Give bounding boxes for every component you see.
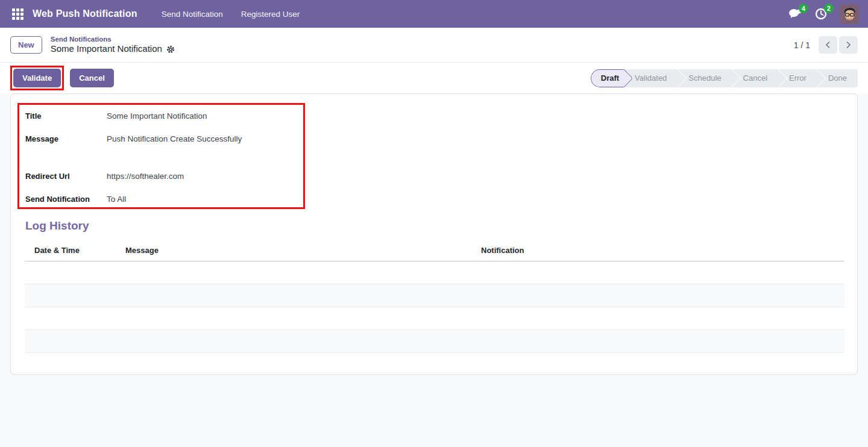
fields-highlight-box: Title Some Important Notification Messag… (17, 103, 305, 209)
column-date-time[interactable]: Date & Time (25, 242, 116, 261)
navbar-menu: Send Notification Registered User (162, 10, 300, 19)
table-row (25, 307, 844, 330)
breadcrumb-current: Some Important Notification (51, 43, 162, 55)
breadcrumb: Send Notifications Some Important Notifi… (51, 35, 175, 55)
field-title-value[interactable]: Some Important Notification (107, 111, 207, 120)
status-step-draft[interactable]: Draft (591, 69, 624, 87)
validate-button[interactable]: Validate (13, 69, 61, 87)
field-message-label: Message (25, 134, 107, 143)
activities-button[interactable]: 2 (814, 7, 828, 20)
form-statusbar: Validate Cancel Draft Validated Schedule… (0, 62, 868, 93)
page-content: Title Some Important Notification Messag… (0, 93, 868, 447)
table-row (25, 284, 844, 307)
chevron-right-icon (846, 41, 851, 49)
log-history-title: Log History (25, 219, 857, 233)
field-redirect-url-label: Redirect Url (25, 172, 107, 181)
app-title: Web Push Notification (33, 8, 137, 19)
apps-menu-button[interactable] (8, 5, 27, 23)
control-panel: New Send Notifications Some Important No… (0, 28, 868, 62)
apps-grid-icon (12, 8, 24, 20)
field-send-notification: Send Notification To All (25, 195, 303, 204)
gear-icon (166, 45, 175, 54)
field-redirect-url: Redirect Url https://softhealer.com (25, 172, 303, 181)
validate-highlight-box: Validate (10, 66, 64, 90)
field-message-value[interactable]: Push Notification Create Successfully (107, 134, 242, 143)
form-sheet: Title Some Important Notification Messag… (10, 93, 858, 375)
chevron-left-icon (825, 41, 831, 49)
table-header-row: Date & Time Message Notification (25, 242, 844, 261)
field-title: Title Some Important Notification (25, 111, 303, 120)
field-send-notification-label: Send Notification (25, 195, 107, 204)
table-row (25, 330, 844, 353)
activities-badge: 2 (824, 4, 834, 13)
pager-value: 1 / 1 (794, 40, 810, 50)
messages-badge: 4 (799, 4, 808, 13)
field-send-notification-value[interactable]: To All (107, 195, 126, 204)
navbar-systray: 4 2 (788, 4, 860, 24)
cancel-button[interactable]: Cancel (70, 69, 114, 87)
messages-button[interactable]: 4 (788, 7, 802, 20)
pager-previous-button[interactable] (819, 36, 837, 54)
log-history-table: Date & Time Message Notification (25, 242, 844, 353)
action-menu-button[interactable] (166, 45, 175, 54)
status-steps: Draft Validated Schedule Cancel Error Do… (591, 69, 858, 87)
field-redirect-url-value[interactable]: https://softhealer.com (107, 172, 184, 181)
table-row (25, 261, 844, 284)
field-message: Message Push Notification Create Success… (25, 134, 303, 143)
column-message[interactable]: Message (116, 242, 471, 261)
column-notification[interactable]: Notification (471, 242, 844, 261)
menu-registered-user[interactable]: Registered User (241, 10, 300, 19)
breadcrumb-parent-link[interactable]: Send Notifications (51, 35, 175, 43)
user-avatar[interactable] (840, 4, 860, 24)
new-button[interactable]: New (10, 36, 42, 54)
menu-send-notification[interactable]: Send Notification (162, 10, 223, 19)
field-title-label: Title (25, 111, 107, 120)
pager: 1 / 1 (794, 36, 858, 54)
pager-next-button[interactable] (839, 36, 858, 54)
top-navbar: Web Push Notification Send Notification … (0, 0, 868, 28)
